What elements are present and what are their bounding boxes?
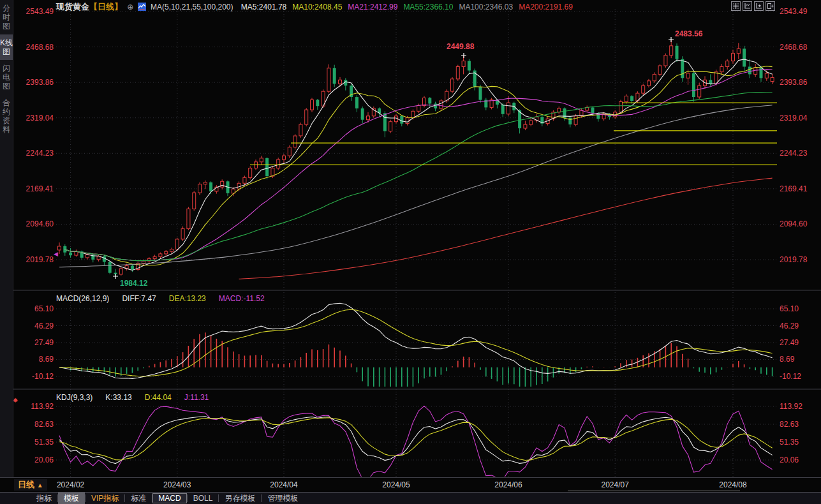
tab-标准[interactable]: 标准 bbox=[125, 493, 152, 504]
axis-label: 2244.23 bbox=[780, 149, 817, 158]
fit-scale-icon[interactable] bbox=[743, 1, 752, 11]
axis-label: 2094.60 bbox=[780, 219, 817, 228]
month-axis-label: 2024/06 bbox=[486, 480, 531, 489]
axis-label: 2169.41 bbox=[17, 184, 54, 193]
axis-label: -10.12 bbox=[17, 372, 54, 381]
macd-layer bbox=[59, 303, 773, 387]
exit-view-icon[interactable] bbox=[766, 1, 775, 11]
tab-模板[interactable]: 模板 bbox=[58, 493, 85, 504]
indicator-value-DIFF: DIFF:7.47 bbox=[122, 294, 156, 303]
month-axis-label: 2024/07 bbox=[593, 480, 637, 489]
macd-pane-label: MACD(26,12,9)DIFF:7.47DEA:13.23MACD:-11.… bbox=[56, 294, 277, 303]
sidebar-item-闪电图[interactable]: 闪电图 bbox=[0, 60, 13, 94]
add-compare-icon[interactable]: ⊕ bbox=[127, 3, 133, 11]
ma-value-MA10: MA10:2408.45 bbox=[292, 3, 342, 11]
axis-label: 20.06 bbox=[780, 456, 817, 464]
sidebar-item-分时图[interactable]: 分时图 bbox=[0, 0, 13, 34]
ma-value-MA55: MA55:2366.10 bbox=[403, 3, 453, 11]
axis-label: 2543.49 bbox=[17, 7, 54, 16]
axis-label: 2019.78 bbox=[17, 255, 54, 264]
chart-style-icon[interactable] bbox=[138, 3, 146, 13]
month-axis-label: 2024/04 bbox=[262, 480, 306, 489]
visible-range-indicator[interactable] bbox=[568, 491, 740, 491]
ma-value-MA21: MA21:2412.99 bbox=[348, 3, 397, 11]
axis-label: 27.49 bbox=[17, 338, 54, 347]
tab-MACD[interactable]: MACD bbox=[152, 493, 186, 503]
indicator-value-D: D:44.04 bbox=[145, 393, 172, 402]
axis-label: 51.35 bbox=[780, 438, 817, 447]
axis-label: 20.06 bbox=[17, 456, 54, 464]
axis-label: 65.10 bbox=[17, 304, 54, 313]
tab-另存模板[interactable]: 另存模板 bbox=[219, 493, 261, 504]
pane-settings-icon[interactable]: ✸ bbox=[13, 397, 18, 404]
axis-label: 2244.23 bbox=[17, 149, 54, 158]
price-annotation: 2449.88 bbox=[447, 42, 474, 51]
period-arrow-icon: ▲ bbox=[37, 482, 43, 489]
axis-label: 2468.68 bbox=[780, 43, 817, 52]
tab-BOLL[interactable]: BOLL bbox=[188, 493, 219, 503]
sidebar-item-K线图[interactable]: K线图 bbox=[0, 34, 13, 60]
period-tag: 【日线】 bbox=[89, 2, 122, 11]
ma-edge-marker-icon: ◀ bbox=[54, 251, 58, 257]
ma-value-MA5: MA5:2401.78 bbox=[241, 3, 286, 11]
period-selector-button[interactable]: 日线 ▲ bbox=[14, 479, 47, 491]
indicator-value-J: J:11.31 bbox=[184, 393, 209, 402]
axis-label: 2169.41 bbox=[780, 184, 817, 193]
chart-toolbar bbox=[731, 1, 775, 11]
axis-label: 2393.86 bbox=[780, 78, 817, 87]
axis-label: 2468.68 bbox=[17, 43, 54, 52]
axis-label: 2094.60 bbox=[17, 219, 54, 228]
axis-label: 46.29 bbox=[17, 322, 54, 330]
pan-icon[interactable] bbox=[731, 1, 741, 11]
new-pane-icon[interactable] bbox=[754, 1, 764, 11]
axis-label: 113.92 bbox=[17, 402, 54, 411]
tab-VIP指标[interactable]: VIP指标 bbox=[85, 493, 124, 504]
axis-label: 2319.04 bbox=[780, 114, 817, 122]
kdj-params-label: KDJ(9,3,3) bbox=[56, 393, 92, 402]
tab-管理模板[interactable]: 管理模板 bbox=[262, 493, 304, 504]
axis-label: 2019.78 bbox=[780, 255, 817, 264]
price-annotation: 2483.56 bbox=[675, 29, 702, 38]
indicator-value-MACD: MACD:-11.52 bbox=[219, 294, 265, 303]
ma-group-label: MA(5,10,21,55,100,200) bbox=[151, 3, 233, 11]
axis-label: 65.10 bbox=[780, 304, 817, 313]
ma-values: MA5:2401.78MA10:2408.45MA21:2412.99MA55:… bbox=[235, 3, 573, 11]
month-axis-label: 2024/03 bbox=[155, 480, 200, 489]
price-annotation: 1984.12 bbox=[120, 279, 147, 288]
axis-label: 27.49 bbox=[780, 338, 817, 347]
axis-label: 2319.04 bbox=[17, 114, 54, 122]
kdj-layer bbox=[59, 406, 773, 477]
axis-label: 82.63 bbox=[780, 420, 817, 429]
axis-label: 8.69 bbox=[780, 355, 817, 364]
month-axis-label: 2024/05 bbox=[374, 480, 418, 489]
ma-value-MA200: MA200:2191.69 bbox=[519, 3, 573, 11]
macd-params-label: MACD(26,12,9) bbox=[56, 294, 109, 303]
axis-label: 2543.49 bbox=[780, 7, 817, 16]
tab-指标[interactable]: 指标 bbox=[31, 493, 57, 504]
axis-label: 8.69 bbox=[17, 355, 54, 364]
candles-layer bbox=[58, 37, 778, 279]
indicator-tab-bar: 指标模板VIP指标标准MACDBOLL另存模板管理模板 bbox=[0, 492, 821, 504]
sidebar-item-合约资料[interactable]: 合约资料 bbox=[0, 94, 13, 138]
axis-label: -10.12 bbox=[780, 372, 817, 381]
indicator-value-K: K:33.13 bbox=[105, 393, 131, 402]
axis-label: 113.92 bbox=[780, 402, 817, 411]
ma-value-MA100: MA100:2346.03 bbox=[459, 3, 513, 11]
indicator-value-DEA: DEA:13.23 bbox=[169, 294, 206, 303]
axis-label: 2393.86 bbox=[17, 78, 54, 87]
axis-label: 82.63 bbox=[17, 420, 54, 429]
symbol-title: 现货黄金 bbox=[56, 2, 89, 11]
chart-header: 现货黄金【日线】 ⊕ MA(5,10,21,55,100,200) MA5:24… bbox=[56, 1, 573, 11]
chart-canvas[interactable] bbox=[0, 0, 821, 477]
kdj-pane-label: KDJ(9,3,3)K:33.13D:44.04J:11.31 bbox=[56, 393, 221, 402]
month-axis-label: 2024/08 bbox=[711, 480, 755, 489]
chart-type-sidebar: 分时图K线图闪电图合约资料 bbox=[0, 0, 13, 477]
kline-app-window: 分时图K线图闪电图合约资料 现货黄金【日线】 ⊕ MA(5,10,21,55,1… bbox=[0, 0, 821, 504]
month-axis-label: 2024/02 bbox=[48, 480, 93, 489]
period-selector-label: 日线 bbox=[18, 480, 34, 489]
axis-label: 46.29 bbox=[780, 322, 817, 330]
axis-label: 51.35 bbox=[17, 438, 54, 447]
